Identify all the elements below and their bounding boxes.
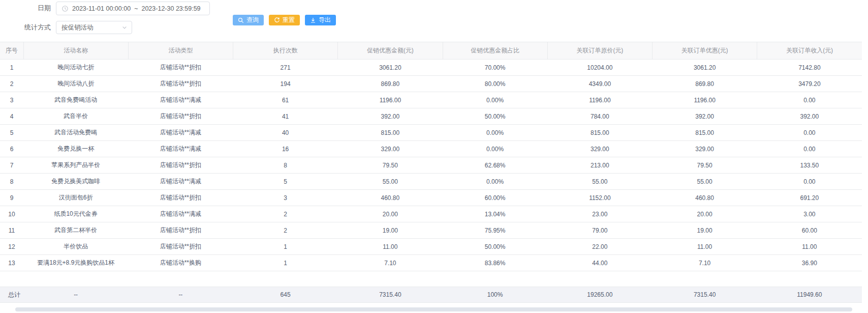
table-cell: 392.00 bbox=[653, 108, 757, 125]
table-cell: 55.00 bbox=[547, 174, 652, 190]
table-cell: 武音第二杯半价 bbox=[23, 222, 128, 239]
refresh-icon bbox=[274, 17, 280, 23]
table-cell: 3.00 bbox=[757, 206, 862, 222]
table-cell: 7142.80 bbox=[757, 60, 862, 76]
table-cell: 7.10 bbox=[338, 255, 443, 271]
table-cell: 83.86% bbox=[443, 255, 547, 271]
total-label: 总计 bbox=[0, 287, 23, 303]
table-cell: 460.80 bbox=[338, 190, 443, 206]
total-cell: -- bbox=[23, 287, 128, 303]
table-cell: 11.00 bbox=[757, 239, 862, 255]
table-row: 6免费兑换一杯店铺活动**满减16329.000.00%329.00329.00… bbox=[0, 141, 862, 157]
table-cell: 62.68% bbox=[443, 157, 547, 174]
table-cell: 3 bbox=[0, 92, 23, 108]
table-cell: 23.00 bbox=[547, 206, 652, 222]
column-header-exec-count: 执行次数 bbox=[233, 42, 338, 60]
table-cell: 店铺活动**折扣 bbox=[128, 108, 233, 125]
table-cell: 79.50 bbox=[338, 157, 443, 174]
table-cell: 店铺活动**满减 bbox=[128, 174, 233, 190]
table-cell: 武音活动免费喝 bbox=[23, 125, 128, 141]
table-body: 1晚间活动七折店铺活动**折扣2713061.2070.00%10204.003… bbox=[0, 60, 862, 271]
table-cell: 2 bbox=[233, 206, 338, 222]
export-button[interactable]: 导出 bbox=[305, 15, 336, 25]
table-cell: 5 bbox=[0, 125, 23, 141]
table-row: 2晚间活动八折店铺活动**折扣194869.8080.00%4349.00869… bbox=[0, 76, 862, 92]
export-button-label: 导出 bbox=[319, 16, 331, 24]
toolbar: 查询 重置 导出 bbox=[233, 15, 336, 25]
column-header-activity-name: 活动名称 bbox=[23, 42, 128, 60]
table-cell: 店铺活动**折扣 bbox=[128, 190, 233, 206]
horizontal-scrollbar[interactable] bbox=[15, 307, 852, 311]
table-cell: 194 bbox=[233, 76, 338, 92]
table-cell: 13.04% bbox=[443, 206, 547, 222]
chevron-down-icon bbox=[121, 24, 128, 31]
total-cell: 11949.60 bbox=[757, 287, 862, 303]
stat-method-select[interactable]: 按促销活动 bbox=[56, 21, 132, 34]
table-cell: 12 bbox=[0, 239, 23, 255]
table-row: 13要满18元+8.9元换购饮品1杯店铺活动**换购17.1083.86%44.… bbox=[0, 255, 862, 271]
table-cell: 0.00% bbox=[443, 92, 547, 108]
reset-button[interactable]: 重置 bbox=[269, 15, 300, 25]
header-row: 序号 活动名称 活动类型 执行次数 促销优惠金额(元) 促销优惠金额占比 关联订… bbox=[0, 42, 862, 60]
table-cell: 40 bbox=[233, 125, 338, 141]
table-cell: 11 bbox=[0, 222, 23, 239]
table-cell: 329.00 bbox=[547, 141, 652, 157]
table-cell: 店铺活动**折扣 bbox=[128, 239, 233, 255]
table-cell: 晚间活动八折 bbox=[23, 76, 128, 92]
table-row: 7苹果系列产品半价店铺活动**折扣879.5062.68%213.0079.50… bbox=[0, 157, 862, 174]
table-cell: 19.00 bbox=[653, 222, 757, 239]
table-row: 8免费兑换美式咖啡店铺活动**满减555.000.00%55.0055.000.… bbox=[0, 174, 862, 190]
table-cell: 半价饮品 bbox=[23, 239, 128, 255]
table-cell: 20.00 bbox=[338, 206, 443, 222]
column-header-discount-amount: 促销优惠金额(元) bbox=[338, 42, 443, 60]
table-cell: 392.00 bbox=[757, 108, 862, 125]
table-cell: 店铺活动**满减 bbox=[128, 125, 233, 141]
table-cell: 460.80 bbox=[653, 190, 757, 206]
table-cell: 2 bbox=[233, 222, 338, 239]
table-row: 3武音免费喝活动店铺活动**满减611196.000.00%1196.00119… bbox=[0, 92, 862, 108]
table-cell: 4349.00 bbox=[547, 76, 652, 92]
table-cell: 店铺活动**满减 bbox=[128, 141, 233, 157]
table-cell: 392.00 bbox=[338, 108, 443, 125]
total-row: 总计----6457315.40100%19265.007315.4011949… bbox=[0, 287, 862, 303]
table-cell: 36.90 bbox=[757, 255, 862, 271]
table-cell: 免费兑换美式咖啡 bbox=[23, 174, 128, 190]
filter-bar: 日期 2023-11-01 00:00:00 ~ 2023-12-30 23:5… bbox=[0, 0, 868, 39]
table-cell: 55.00 bbox=[338, 174, 443, 190]
column-header-order-discount: 关联订单优惠(元) bbox=[653, 42, 757, 60]
table-cell: 晚间活动七折 bbox=[23, 60, 128, 76]
clock-icon bbox=[61, 5, 69, 12]
query-button[interactable]: 查询 bbox=[233, 15, 264, 25]
table-cell: 0.00 bbox=[757, 174, 862, 190]
table-cell: 13 bbox=[0, 255, 23, 271]
date-range-input[interactable]: 2023-11-01 00:00:00 ~ 2023-12-30 23:59:5… bbox=[56, 2, 210, 15]
table-cell: 1 bbox=[233, 255, 338, 271]
table-cell: 武音免费喝活动 bbox=[23, 92, 128, 108]
query-button-label: 查询 bbox=[246, 16, 259, 24]
table-cell: 19.00 bbox=[338, 222, 443, 239]
table-header: 序号 活动名称 活动类型 执行次数 促销优惠金额(元) 促销优惠金额占比 关联订… bbox=[0, 42, 862, 60]
table-cell: 784.00 bbox=[547, 108, 652, 125]
table-cell: 店铺活动**折扣 bbox=[128, 76, 233, 92]
table-cell: 0.00% bbox=[443, 174, 547, 190]
table-cell: 3 bbox=[233, 190, 338, 206]
table-cell: 329.00 bbox=[338, 141, 443, 157]
table-cell: 0.00 bbox=[757, 141, 862, 157]
table-cell: 店铺活动**折扣 bbox=[128, 157, 233, 174]
date-end-value: 2023-12-30 23:59:59 bbox=[141, 5, 200, 12]
column-header-order-income: 关联订单收入(元) bbox=[757, 42, 862, 60]
table-cell: 41 bbox=[233, 108, 338, 125]
table-cell: 75.95% bbox=[443, 222, 547, 239]
table-cell: 10 bbox=[0, 206, 23, 222]
table-cell: 55.00 bbox=[653, 174, 757, 190]
table-cell: 213.00 bbox=[547, 157, 652, 174]
table-cell: 70.00% bbox=[443, 60, 547, 76]
table-cell: 9 bbox=[0, 190, 23, 206]
table-cell: 691.20 bbox=[757, 190, 862, 206]
total-cell: 100% bbox=[443, 287, 547, 303]
table-cell: 免费兑换一杯 bbox=[23, 141, 128, 157]
table-cell: 1 bbox=[233, 239, 338, 255]
table-cell: 50.00% bbox=[443, 239, 547, 255]
table-row: 10纸质10元代金券店铺活动**满减220.0013.04%23.0020.00… bbox=[0, 206, 862, 222]
table-cell: 苹果系列产品半价 bbox=[23, 157, 128, 174]
